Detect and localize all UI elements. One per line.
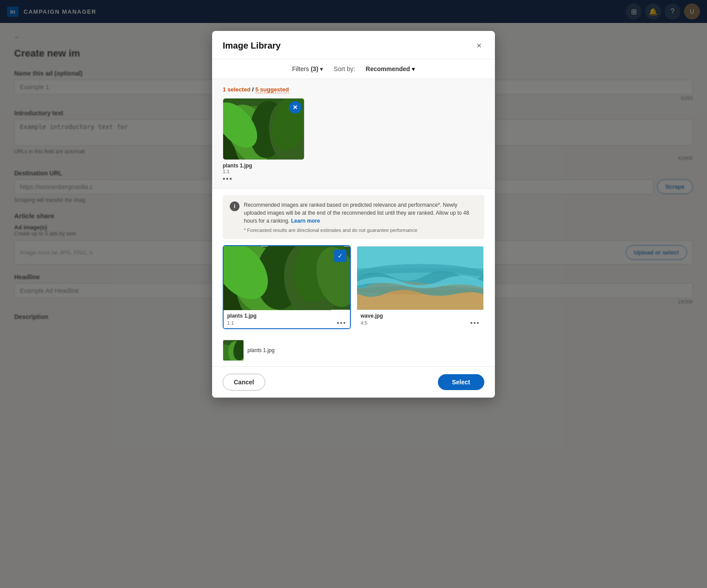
sortby-chevron-icon: ▾ bbox=[412, 65, 415, 72]
selected-check-badge: ✓ bbox=[334, 250, 346, 262]
suggested-link[interactable]: 5 suggested bbox=[255, 86, 289, 93]
remove-selected-image-button[interactable]: ✕ bbox=[289, 101, 301, 114]
modal-filter-bar: Filters (3) ▾ Sort by: Recommended ▾ bbox=[212, 59, 495, 79]
cancel-button[interactable]: Cancel bbox=[223, 374, 265, 391]
info-text: Recommended images are ranked based on p… bbox=[244, 201, 477, 225]
grid-image-item-plants[interactable]: ✓ plants 1.jpg 1:1 ••• bbox=[223, 245, 351, 329]
selected-images-row: ✕ plants 1.jpg 1:1 ••• bbox=[223, 98, 484, 183]
info-icon: i bbox=[230, 201, 239, 211]
page-background: ← Create new im Name this ad (optional) … bbox=[0, 23, 707, 588]
filter-chevron-icon: ▾ bbox=[320, 65, 323, 72]
plants-thumbnail bbox=[224, 246, 350, 310]
image-grid: ✓ plants 1.jpg 1:1 ••• bbox=[212, 245, 495, 336]
grid-image-name-plants: plants 1.jpg bbox=[227, 313, 346, 319]
learn-more-link[interactable]: Learn more bbox=[291, 218, 320, 224]
modal-close-button[interactable]: × bbox=[474, 40, 484, 52]
grid-image-ratio-wave: 4:5 bbox=[361, 320, 367, 326]
filters-button[interactable]: Filters (3) ▾ bbox=[292, 65, 323, 72]
image-library-modal: Image Library × Filters (3) ▾ Sort by: R… bbox=[212, 31, 495, 398]
sortby-label: Sort by: bbox=[334, 65, 355, 72]
info-box: i Recommended images are ranked based on… bbox=[223, 195, 484, 239]
modal-overlay: Image Library × Filters (3) ▾ Sort by: R… bbox=[0, 0, 707, 588]
modal-title: Image Library bbox=[223, 41, 281, 51]
grid-item-footer-plants: plants 1.jpg 1:1 ••• bbox=[224, 310, 350, 328]
info-content: Recommended images are ranked based on p… bbox=[244, 201, 477, 233]
grid-image-name-wave: wave.jpg bbox=[361, 313, 480, 319]
bottom-thumb-name: plants 1.jpg bbox=[247, 347, 274, 353]
grid-image-meta-wave: 4:5 ••• bbox=[361, 319, 480, 326]
select-button[interactable]: Select bbox=[438, 374, 484, 390]
filters-label: Filters bbox=[292, 65, 309, 72]
modal-body: 1 selected / 5 suggested bbox=[212, 79, 495, 366]
selected-image-item: ✕ plants 1.jpg 1:1 ••• bbox=[223, 98, 304, 183]
grid-more-plants[interactable]: ••• bbox=[337, 319, 346, 326]
thumb-mini-plants bbox=[223, 340, 244, 361]
selected-image-wrap: ✕ bbox=[223, 98, 304, 160]
selected-image-more-icon[interactable]: ••• bbox=[223, 175, 233, 183]
sortby-button[interactable]: Recommended ▾ bbox=[366, 65, 415, 72]
wave-thumbnail bbox=[357, 246, 483, 310]
grid-image-meta-plants: 1:1 ••• bbox=[227, 319, 346, 326]
selected-image-ratio: 1:1 bbox=[223, 169, 229, 174]
info-footnote: * Forecasted results are directional est… bbox=[244, 228, 477, 233]
selected-count: 1 selected / 5 suggested bbox=[223, 86, 484, 93]
bottom-thumbnail-area: plants 1.jpg bbox=[212, 336, 495, 366]
grid-image-item-wave[interactable]: wave.jpg 4:5 ••• bbox=[356, 245, 484, 329]
grid-image-ratio-plants: 1:1 bbox=[227, 320, 234, 326]
selected-image-name: plants 1.jpg bbox=[223, 163, 252, 169]
filter-count: (3) bbox=[311, 65, 318, 72]
grid-item-footer-wave: wave.jpg 4:5 ••• bbox=[357, 310, 483, 328]
bottom-thumb-image bbox=[223, 340, 244, 361]
selected-count-text: 1 selected bbox=[223, 86, 251, 93]
slash-separator: / bbox=[252, 86, 255, 93]
selected-section: 1 selected / 5 suggested bbox=[212, 79, 495, 189]
sortby-value: Recommended bbox=[366, 65, 410, 72]
modal-header: Image Library × bbox=[212, 31, 495, 59]
modal-footer: Cancel Select bbox=[212, 366, 495, 398]
grid-more-wave[interactable]: ••• bbox=[470, 319, 480, 326]
